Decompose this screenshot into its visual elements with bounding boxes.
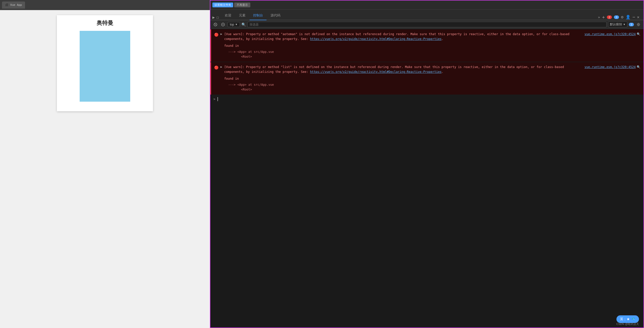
level-dropdown-icon: ▼ — [623, 23, 626, 26]
trace-line-1-1: ---> <App> at src/App.vue — [228, 50, 584, 54]
log-level-selector[interactable]: 默认级别 ▼ — [608, 21, 627, 27]
browser-content: 奥特曼 — [0, 10, 210, 328]
tab-console[interactable]: 控制台 — [250, 11, 267, 20]
svg-point-4 — [638, 24, 639, 25]
console-badge-count: 3 — [629, 23, 634, 26]
info-badge: 3 — [614, 15, 619, 19]
page-title: 奥特曼 — [97, 20, 113, 26]
trace-line-2-1: ---> <App> at src/App.vue — [228, 82, 584, 87]
page-card: 奥特曼 — [57, 15, 153, 111]
trace-line-2-2: <Root> — [228, 87, 584, 92]
console-messages[interactable]: 🔴 ▶ [Vue warn]: Property or method "aote… — [210, 29, 643, 327]
filter-toggle-button[interactable] — [220, 21, 226, 28]
add-tab-icon[interactable]: + — [602, 14, 605, 20]
search-source-icon-2[interactable]: 🔍 — [637, 65, 640, 70]
svg-line-1 — [215, 24, 216, 25]
devtools-panel: 设置根文件夹 不再显示 ▶ ☐ 欢迎 元素 控制台 源代码 » + 2 3 — [210, 0, 644, 328]
dropdown-arrow-icon: ▼ — [235, 23, 238, 26]
no-display-badge[interactable]: 不再显示 — [234, 3, 250, 7]
tab-elements[interactable]: 元素 — [235, 11, 249, 20]
page-card-blue-box — [80, 31, 130, 102]
error-content-1: [Vue warn]: Property or method "aoteman"… — [224, 32, 584, 59]
trace-line-1-2: <Root> — [228, 54, 584, 59]
vue-docs-link-2[interactable]: https://vuejs.org/v2/guide/reactivity.ht… — [310, 70, 441, 74]
more-tabs-icon[interactable]: » — [598, 15, 600, 19]
console-settings-button[interactable] — [635, 21, 641, 28]
page-card-header: 奥特曼 — [57, 15, 153, 31]
console-error-2: 🔴 ▶ [Vue warn]: Property or method "list… — [210, 62, 643, 95]
tab-welcome[interactable]: 欢迎 — [221, 11, 235, 20]
set-root-badge[interactable]: 设置根文件夹 — [212, 3, 233, 7]
console-toolbar: top ▼ 🔍 默认级别 ▼ 3 — [210, 20, 643, 29]
clear-console-button[interactable] — [212, 21, 218, 28]
tab-sources[interactable]: 源代码 — [267, 11, 284, 20]
search-icon[interactable]: 🔍 — [241, 23, 246, 27]
close-devtools-icon[interactable]: ✕ — [637, 15, 639, 19]
error-source-link-2[interactable]: vue.runtime.esm.js?c320:4524 — [585, 65, 636, 70]
error-found-1: found in — [224, 43, 584, 48]
context-selector[interactable]: top ▼ — [228, 22, 240, 27]
inspect-icon[interactable]: ▶ — [212, 15, 215, 20]
error-badge: 2 — [607, 15, 612, 19]
devtools-tabs: ▶ ☐ 欢迎 元素 控制台 源代码 » + 2 3 ⚙ 👤 ⋯ ✕ — [210, 10, 643, 20]
console-error-1: 🔴 ▶ [Vue warn]: Property or method "aote… — [210, 29, 643, 62]
browser-tab[interactable]: ⬛ Vue App — [2, 2, 25, 9]
language-text: 英；★ — [620, 317, 630, 321]
search-source-icon-1[interactable]: 🔍 — [637, 32, 640, 37]
error-trace-2: ---> <App> at src/App.vue <Root> — [224, 82, 584, 92]
browser-toolbar: ⬛ Vue App — [0, 0, 210, 10]
error-source-link-1[interactable]: vue.runtime.esm.js?c320:4524 — [585, 32, 636, 37]
play-icon-2[interactable]: ▶ — [220, 65, 222, 69]
error-found-2: found in — [224, 76, 584, 81]
console-cursor — [217, 97, 218, 101]
prompt-gt-symbol: > — [213, 97, 215, 101]
user-icon[interactable]: 👤 — [626, 15, 631, 19]
tab-overflow-icons: » + 2 3 ⚙ 👤 ⋯ ✕ — [596, 14, 641, 20]
error-icon-1: 🔴 — [214, 32, 218, 37]
console-prompt[interactable]: > — [210, 95, 643, 103]
more-options-icon[interactable]: ⋯ — [633, 15, 635, 19]
dolphin-icon: 🐬 — [631, 317, 635, 321]
error-trace-1: ---> <App> at src/App.vue <Root> — [224, 50, 584, 59]
csdn-watermark: CSDN @暗武达天 — [616, 322, 639, 326]
error-icon-2: 🔴 — [214, 65, 218, 70]
error-content-2: [Vue warn]: Property or method "list" is… — [224, 65, 584, 92]
devtools-topbar: 设置根文件夹 不再显示 — [210, 1, 643, 10]
filter-input[interactable] — [247, 22, 607, 27]
language-badge[interactable]: 英；★ 🐬 — [616, 315, 639, 323]
browser-panel: ⬛ Vue App 奥特曼 — [0, 0, 210, 328]
vue-docs-link-1[interactable]: https://vuejs.org/v2/guide/reactivity.ht… — [310, 37, 441, 41]
play-icon-1[interactable]: ▶ — [220, 32, 222, 36]
topbar-left: 设置根文件夹 不再显示 — [212, 3, 250, 7]
device-icon[interactable]: ☐ — [216, 15, 219, 20]
settings-icon[interactable]: ⚙ — [621, 15, 624, 19]
